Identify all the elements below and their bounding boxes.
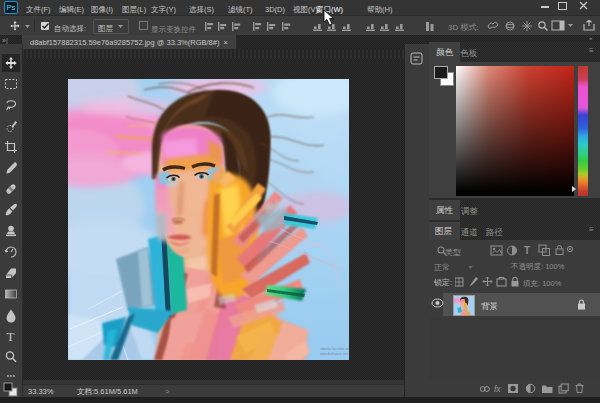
svg-text:roberta facchini art: roberta facchini art <box>320 347 349 351</box>
svg-text:fx: fx <box>494 384 501 394</box>
svg-text:T: T <box>524 245 530 256</box>
svg-text:T: T <box>7 329 15 344</box>
svg-text:www.behance.net: www.behance.net <box>320 352 348 356</box>
svg-text:3D 模式:: 3D 模式: <box>448 23 479 32</box>
